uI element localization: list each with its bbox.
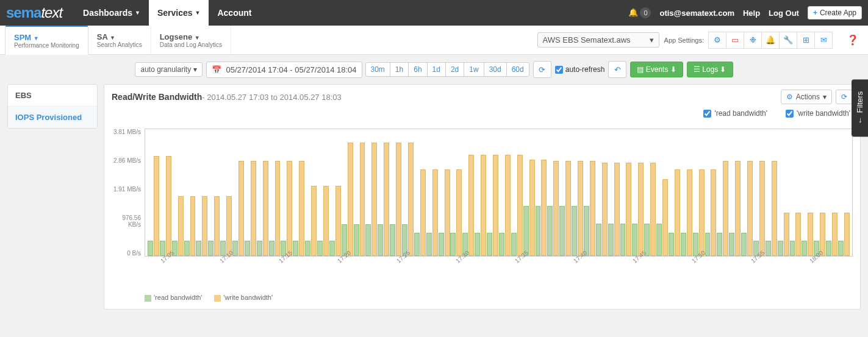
subtab-sa[interactable]: SA ▼Search Analytics	[88, 26, 151, 54]
left-sidebar: EBSIOPS Provisioned	[7, 84, 98, 129]
wrench-icon[interactable]: 🔧	[779, 32, 797, 49]
chart-title: Read/Write Bandwidth	[112, 92, 202, 102]
create-app-button[interactable]: +Create App	[808, 6, 862, 20]
subtab-spm[interactable]: SPM ▼Performance Monitoring	[5, 26, 88, 55]
left-tab-ebs[interactable]: EBS	[8, 85, 97, 106]
logout-link[interactable]: Log Out	[769, 9, 799, 18]
app-settings-label: App Settings:	[664, 37, 704, 44]
logs-button[interactable]: ☰ Logs ⬇	[687, 62, 733, 77]
undo-button[interactable]: ↶	[608, 61, 626, 78]
app-settings-icons: ⚙ ▭ ❉ 🔔 🔧 ⊞ ✉	[709, 32, 833, 49]
actions-button[interactable]: ⚙Actions ▾	[781, 90, 832, 104]
calendar-icon: 📅	[212, 65, 221, 74]
x-axis: 17:0517:1017:1517:2017:2517:3017:3517:40…	[112, 272, 853, 279]
gear-icon[interactable]: ⚙	[708, 32, 726, 49]
y-axis: 3.81 MB/s2.86 MB/s1.91 MB/s976.56 KB/s0 …	[112, 129, 145, 257]
help-icon[interactable]: ❓	[844, 32, 862, 49]
series-toggle-1[interactable]: 'write bandwidth'	[786, 109, 850, 118]
refresh-button[interactable]: ⟳	[533, 61, 551, 78]
left-tab-iops-provisioned[interactable]: IOPS Provisioned	[8, 106, 97, 128]
toolbar: auto granularity ▾ 📅05/27/2014 17:04 - 0…	[0, 55, 868, 84]
range-60d[interactable]: 60d	[506, 62, 529, 77]
sub-nav: SPM ▼Performance MonitoringSA ▼Search An…	[0, 26, 868, 55]
range-2d[interactable]: 2d	[445, 62, 464, 77]
range-1w[interactable]: 1w	[464, 62, 484, 77]
nav-dashboards[interactable]: Dashboards▼	[74, 0, 149, 26]
events-button[interactable]: ▤ Events ⬇	[630, 62, 683, 77]
range-30m[interactable]: 30m	[365, 62, 390, 77]
app-selector[interactable]: AWS EBS Sematext.aws▾	[537, 32, 659, 48]
granularity-select[interactable]: auto granularity ▾	[135, 62, 202, 77]
range-1h[interactable]: 1h	[390, 62, 409, 77]
mail-icon[interactable]: ✉	[814, 32, 833, 49]
nav-services[interactable]: Services▼	[149, 0, 209, 26]
help-link[interactable]: Help	[743, 9, 760, 18]
subtab-logsene[interactable]: Logsene ▼Data and Log Analytics	[151, 26, 231, 54]
chart-panel: Read/Write Bandwidth - 2014.05.27 17:03 …	[104, 84, 861, 310]
alert-icon[interactable]: 🔔	[761, 32, 780, 49]
range-1d[interactable]: 1d	[427, 62, 446, 77]
billing-icon[interactable]: ▭	[726, 32, 744, 49]
legend-readbandwidth: 'read bandwidth'	[145, 294, 202, 302]
nav-account[interactable]: Account	[209, 0, 260, 26]
notification-count: 0	[640, 7, 651, 18]
puzzle-icon[interactable]: ❉	[744, 32, 762, 49]
top-nav: sematext Dashboards▼Services▼Account 🔔 0…	[0, 0, 868, 26]
legend-writebandwidth: 'write bandwidth'	[214, 294, 273, 302]
autorefresh-toggle[interactable]: auto-refresh	[555, 65, 605, 74]
chart-subtitle: - 2014.05.27 17:03 to 2014.05.27 18:03	[202, 93, 341, 102]
date-range-picker[interactable]: 📅05/27/2014 17:04 - 05/27/2014 18:04	[206, 62, 362, 78]
chart-refresh-button[interactable]: ⟳	[836, 90, 853, 104]
dashboard-icon[interactable]: ⊞	[797, 32, 815, 49]
series-toggle-0[interactable]: 'read bandwidth'	[703, 109, 767, 118]
filters-tab[interactable]: ←Filters	[852, 79, 868, 137]
logo[interactable]: sematext	[6, 4, 62, 21]
bell-icon[interactable]: 🔔 0	[628, 7, 651, 18]
chart-bars	[145, 129, 853, 257]
range-6h[interactable]: 6h	[408, 62, 427, 77]
range-30d[interactable]: 30d	[484, 62, 507, 77]
user-email[interactable]: otis@sematext.com	[659, 9, 734, 18]
